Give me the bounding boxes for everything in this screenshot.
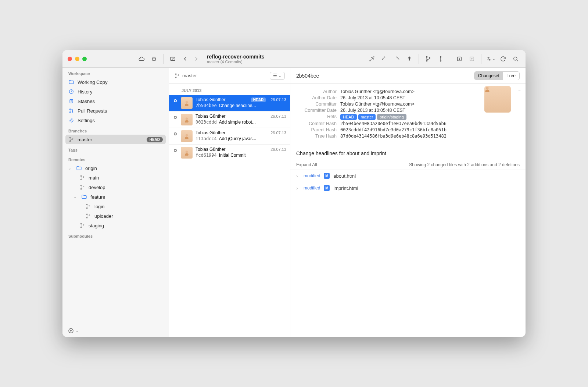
cloud-icon[interactable] [137, 54, 146, 64]
meta-committer: Tobias Günther <tg@fournova.com> [340, 102, 415, 107]
svg-point-4 [426, 56, 427, 57]
sidebar-item-pull-requests[interactable]: Pull Requests [62, 106, 169, 116]
sidebar-item-stashes[interactable]: Stashes [62, 96, 169, 106]
titlebar: reflog-recover-commits master (4 Commits… [62, 50, 526, 68]
quick-open-icon[interactable] [168, 54, 178, 64]
svg-point-25 [83, 177, 84, 178]
sidebar-item-remote-develop[interactable]: develop [62, 182, 169, 192]
sidebar-item-remote-uploader[interactable]: uploader [62, 211, 169, 221]
svg-point-27 [80, 188, 82, 189]
folder-icon [81, 194, 87, 200]
commit-hash: fcd61994 [196, 153, 217, 158]
stash-down-icon[interactable] [455, 54, 464, 64]
view-mode-toggle[interactable]: ☰ ⌄ [270, 72, 285, 80]
svg-point-2 [370, 60, 370, 61]
sidebar-item-settings[interactable]: Settings [62, 116, 169, 125]
seg-changeset[interactable]: Changeset [474, 72, 503, 80]
commit-row[interactable]: Tobias GüntherHEAD26.07.13 2b504beeChang… [169, 95, 290, 111]
commit-author: Tobias Günther [196, 97, 249, 102]
chevron-right-icon: › [296, 185, 300, 191]
expand-all-button[interactable]: Expand All [296, 162, 317, 167]
svg-point-42 [186, 101, 188, 103]
minimize-button[interactable] [75, 57, 79, 61]
svg-point-39 [175, 74, 176, 75]
svg-point-12 [489, 59, 490, 60]
maximize-button[interactable] [82, 57, 87, 61]
branch-icon[interactable] [423, 54, 433, 64]
svg-point-19 [71, 120, 72, 121]
svg-point-6 [429, 57, 430, 58]
branch-icon [68, 136, 74, 142]
svg-point-31 [89, 205, 90, 206]
ref-badge-master[interactable]: master [358, 114, 376, 120]
svg-point-30 [86, 207, 87, 209]
meta-label-tree-hash: Tree Hash [296, 134, 337, 139]
sidebar-item-remote-feature[interactable]: ⌄feature [62, 192, 169, 202]
fetch-icon[interactable] [380, 54, 389, 64]
meta-author: Tobias Günther <tg@fournova.com> [340, 89, 415, 94]
sidebar-item-working-copy[interactable]: Working Copy [62, 77, 169, 87]
traffic-lights [68, 57, 87, 61]
add-button[interactable] [68, 327, 74, 334]
nav-back-button[interactable] [180, 54, 190, 64]
sidebar-item-origin[interactable]: ⌄origin [62, 163, 169, 173]
pull-icon[interactable] [392, 54, 402, 64]
branch-icon [79, 175, 85, 181]
pull-request-icon [68, 108, 74, 114]
expand-more-icon[interactable]: ⌄ [518, 88, 521, 92]
svg-point-32 [86, 214, 87, 215]
stash-up-icon[interactable] [467, 54, 477, 64]
commit-row[interactable]: Tobias Günther26.07.13 fcd61994Initial C… [169, 145, 290, 161]
branch-selector[interactable]: master [174, 73, 267, 79]
meta-label-refs: Refs [296, 114, 337, 120]
ref-badge-remote[interactable]: origin/staging [377, 114, 406, 120]
close-button[interactable] [68, 57, 72, 61]
svg-point-7 [440, 56, 441, 57]
sidebar-item-history[interactable]: History [62, 87, 169, 96]
meta-committer-date: 26. July 2013 at 10:05:48 CEST [340, 108, 405, 113]
nav-forward-button[interactable] [191, 54, 201, 64]
meta-commit-hash: 2b504bee4083a20e0ef1e037eea0bd913a4d56b6 [340, 121, 447, 126]
printer-icon[interactable] [149, 54, 159, 64]
commit-author: Tobias Günther [196, 130, 268, 135]
settings-icon[interactable]: ⌄ [486, 54, 495, 64]
commit-author: Tobias Günther [196, 147, 268, 152]
search-icon[interactable] [511, 54, 520, 64]
head-pill: HEAD [251, 97, 266, 102]
file-row[interactable]: › modified M imprint.html [290, 182, 526, 194]
svg-point-45 [185, 120, 189, 123]
view-segmented-control[interactable]: Changeset Tree [474, 71, 520, 80]
sidebar-section-workspace: Workspace [62, 68, 169, 77]
merge-icon[interactable] [436, 54, 445, 64]
seg-tree[interactable]: Tree [503, 72, 519, 80]
quick-actions-icon[interactable] [367, 54, 377, 64]
push-icon[interactable] [405, 54, 414, 64]
meta-label-parent-hash: Parent Hash [296, 127, 337, 132]
diff-summary: Showing 2 changed files with 2 additions… [409, 162, 520, 167]
svg-point-52 [487, 88, 487, 88]
commit-hash: 113adcc4 [196, 136, 217, 141]
sidebar-section-submodules: Submodules [62, 230, 169, 240]
svg-point-33 [86, 217, 87, 218]
ref-badge-head[interactable]: HEAD [340, 114, 357, 120]
commit-list-pane: master ☰ ⌄ JULY 2013 Tobias GüntherHEAD2… [169, 68, 290, 337]
detail-pane: 2b504bee Changeset Tree ⌄ AuthorTobias G… [290, 68, 526, 337]
sidebar-item-master-branch[interactable]: masterHEAD [65, 135, 166, 144]
refresh-icon[interactable] [498, 54, 508, 64]
sidebar-item-remote-login[interactable]: login [62, 202, 169, 211]
sidebar-item-remote-staging[interactable]: staging [62, 221, 169, 230]
commit-row[interactable]: Tobias Günther26.07.13 0023cdddAdd simpl… [169, 111, 290, 128]
sidebar-item-remote-main[interactable]: main [62, 173, 169, 182]
file-row[interactable]: › modified M about.html [290, 170, 526, 182]
chevron-down-icon: ⌄ [279, 74, 282, 78]
chevron-down-icon[interactable]: ⌄ [76, 329, 79, 333]
content: Workspace Working Copy History Stashes P… [62, 68, 526, 337]
branch-icon [85, 213, 91, 219]
branch-icon [174, 73, 180, 79]
svg-point-26 [80, 185, 82, 186]
detail-hash: 2b504bee [296, 73, 474, 79]
sidebar-section-tags: Tags [62, 144, 169, 154]
svg-point-29 [86, 204, 87, 205]
commit-row[interactable]: Tobias Günther26.07.13 113adcc4Add jQuer… [169, 128, 290, 145]
avatar [181, 147, 193, 159]
